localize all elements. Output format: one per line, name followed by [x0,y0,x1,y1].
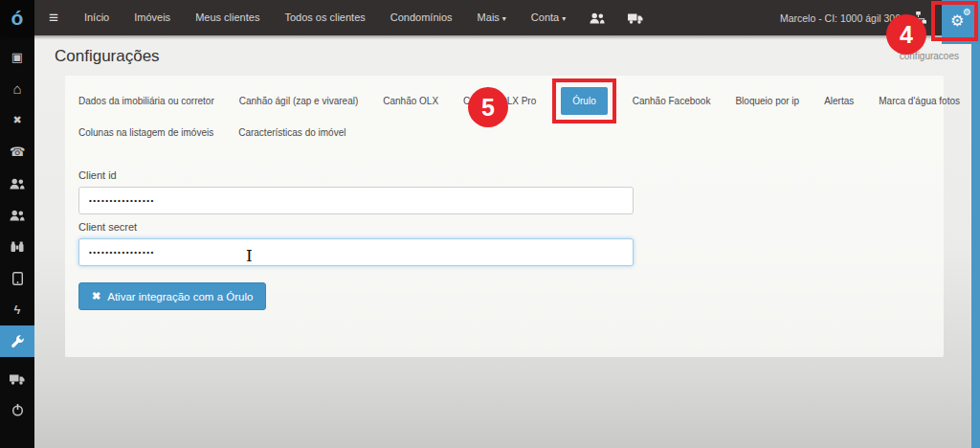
sidebar-item-dashboard[interactable]: ▣ [0,41,34,73]
binoculars-icon [11,240,24,253]
settings-cogs-button[interactable]: ⚙ ⚙ [942,0,980,44]
bolt-icon: ϟ [14,302,21,317]
wrench-icon [11,335,24,348]
activate-integration-label: Ativar integração com a Órulo [107,291,253,302]
users-icon [10,178,25,190]
nav-inicio[interactable]: Início [72,0,122,35]
sidebar-item-clients[interactable] [0,168,34,199]
annotation-step-4: 4 [886,14,926,55]
vehicle-icon[interactable] [616,12,655,24]
tabs-row-2: Colunas na listagem de imóveis Caracterí… [78,120,930,145]
orulo-integration-form: Client id Client secret ✖ Ativar integra… [78,169,930,310]
main-nav: Início Imóveis Meus clientes Todos os cl… [72,0,578,35]
users-icon[interactable] [578,12,616,24]
main-content: Configurações configuracoes Dados da imo… [34,35,980,448]
client-id-field[interactable] [78,187,634,214]
nav-mais-label: Mais [478,11,500,23]
app-logo[interactable]: ó [0,0,34,35]
activate-integration-button[interactable]: ✖ Ativar integração com a Órulo [78,282,266,310]
tab-canhao-agil[interactable]: Canhão ágil (zap e vivareal) [239,96,359,106]
tab-canhao-facebook[interactable]: Canhão Facebook [633,96,711,106]
users-icon [10,210,25,221]
sidebar-item-mobile[interactable] [0,262,34,294]
gear-small-icon: ⚙ [963,7,971,17]
logo-letter: ó [11,7,24,30]
sidebar-item-vehicles[interactable] [0,363,34,394]
menu-icon[interactable]: ≡ [34,9,72,28]
tab-bloqueio-por-ip[interactable]: Bloqueio por ip [735,96,799,106]
nav-conta-dropdown[interactable]: Conta▾ [519,0,578,36]
sidebar-item-logout[interactable] [0,394,34,426]
client-secret-label: Client secret [78,221,930,233]
left-sidebar: ▣ ⌂ ✖ ☎ ϟ [0,35,34,448]
sidebar-item-settings[interactable] [0,325,34,357]
nav-imoveis[interactable]: Imóveis [122,0,183,35]
nav-todos-os-clientes[interactable]: Todos os clientes [272,0,377,35]
sidebar-item-users[interactable] [0,199,34,231]
nav-conta-label: Conta [531,11,559,23]
annotation-step-5: 5 [468,87,508,127]
tab-dados-imobiliaria[interactable]: Dados da imobiliária ou corretor [78,96,214,106]
nav-meus-clientes[interactable]: Meus clientes [183,0,272,35]
sidebar-item-home[interactable]: ⌂ [0,73,34,104]
top-navbar: ó ≡ Início Imóveis Meus clientes Todos o… [0,0,980,35]
sidebar-item-quick-actions[interactable]: ϟ [0,294,34,325]
home-icon: ⌂ [12,80,21,97]
sidebar-item-deals[interactable]: ✖ [0,104,34,136]
tab-orulo[interactable]: Órulo [561,87,607,115]
arrows-icon: ✖ [92,290,100,302]
annotation-box-orulo: Órulo [561,87,607,115]
tab-alertas[interactable]: Alertas [824,96,854,106]
arrows-icon: ✖ [12,114,21,126]
tab-canhao-olx[interactable]: Canhão OLX [383,96,438,106]
mobile-icon [12,272,23,285]
client-id-label: Client id [78,169,930,181]
page-title: Configurações [55,47,980,66]
vehicle-icon [10,373,25,385]
user-account-info[interactable]: Marcelo - CI: 1000 ágil 300 [780,12,901,24]
tab-colunas-listagem[interactable]: Colunas na listagem de imóveis [78,127,213,138]
nav-condominios[interactable]: Condomínios [378,0,465,35]
sidebar-item-phone[interactable]: ☎ [0,136,34,168]
phone-icon: ☎ [10,145,25,159]
chevron-down-icon: ▾ [502,14,506,23]
chevron-down-icon: ▾ [562,14,566,23]
tab-caracteristicas-imovel[interactable]: Características do imóvel [238,127,345,138]
nav-mais-dropdown[interactable]: Mais▾ [465,0,519,36]
dashboard-icon: ▣ [11,50,23,64]
sidebar-item-search-properties[interactable] [0,231,34,262]
tab-marca-dagua[interactable]: Marca d'água fotos [879,96,960,106]
client-secret-field[interactable] [78,238,634,266]
power-icon [11,404,24,416]
